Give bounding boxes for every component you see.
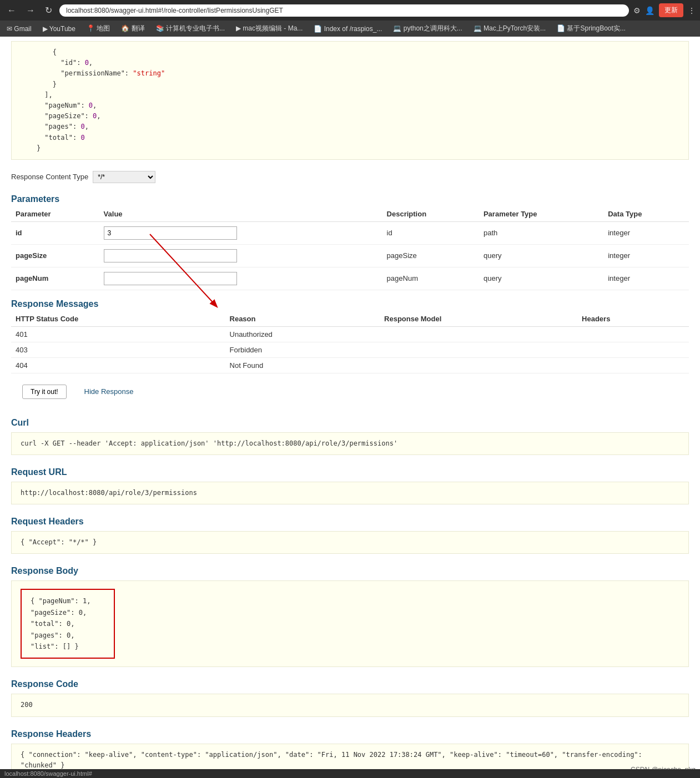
model-403 <box>380 342 577 357</box>
bookmark-maps[interactable]: 📍 地图 <box>84 23 112 34</box>
response-content-type-row: Response Content Type */* application/js… <box>0 164 700 190</box>
resp-msg-403: 403 Forbidden <box>11 342 689 357</box>
param-row-id: id id path integer <box>11 221 689 244</box>
curl-heading: Curl <box>11 416 689 430</box>
param-pagenum-desc: pageNum <box>382 267 479 290</box>
col-headers: Headers <box>577 311 689 327</box>
schema-code-block: { "id": 0, "permissionName": "string" } … <box>11 41 689 160</box>
param-pagesize-input[interactable] <box>104 249 237 262</box>
response-code-section: Response Code 200 <box>0 671 700 721</box>
browser-chrome: ← → ↻ localhost:8080/swagger-ui.html#!/r… <box>0 0 700 21</box>
param-pagenum-data-type: integer <box>603 267 689 290</box>
param-id-desc: id <box>382 221 479 244</box>
param-id-type: path <box>479 221 603 244</box>
page-content: { "id": 0, "permissionName": "string" } … <box>0 37 700 778</box>
hide-response-link[interactable]: Hide Response <box>84 387 134 396</box>
response-body-outer-box: { "pageNum": 1, "pageSize": 0, "total": … <box>11 580 689 667</box>
col-http-status: HTTP Status Code <box>11 311 225 327</box>
params-header-row: Parameter Value Description Parameter Ty… <box>11 206 689 222</box>
param-id-input[interactable] <box>104 226 237 240</box>
schema-code-section: { "id": 0, "permissionName": "string" } … <box>0 37 700 160</box>
col-parameter: Parameter <box>11 206 99 222</box>
request-url-heading: Request URL <box>11 465 689 479</box>
bookmark-pytorch[interactable]: 💻 Mac上PyTorch安装... <box>471 23 548 34</box>
request-headers-heading: Request Headers <box>11 514 689 529</box>
extensions-icon: ⚙ <box>633 6 641 15</box>
resp-msg-401: 401 Unauthorized <box>11 326 689 342</box>
bookmark-raspios[interactable]: 📄 Index of /raspios_... <box>311 24 384 34</box>
bookmarks-bar: ✉ Gmail ▶ YouTube 📍 地图 🏠 翻译 📚 计算机专业电子书..… <box>0 21 700 37</box>
request-headers-section: Request Headers { "Accept": "*/*" } <box>0 509 700 558</box>
response-messages-table: HTTP Status Code Reason Response Model H… <box>11 311 689 373</box>
bookmark-translate[interactable]: 🏠 翻译 <box>119 23 147 34</box>
model-401 <box>380 326 577 342</box>
param-pagesize-name: pageSize <box>11 244 99 267</box>
request-url-value: http://localhost:8080/api/role/3/permiss… <box>21 489 197 497</box>
param-pagenum-type: query <box>479 267 603 290</box>
status-url: localhost:8080/swagger-ui.html# <box>4 770 92 777</box>
refresh-button[interactable]: ↻ <box>42 4 55 17</box>
url-text: localhost:8080/swagger-ui.html#!/role-co… <box>66 7 283 14</box>
update-button[interactable]: 更新 <box>659 3 683 17</box>
response-messages-heading: Response Messages <box>0 295 700 311</box>
col-description: Description <box>382 206 479 222</box>
response-code-heading: Response Code <box>11 677 689 691</box>
parameters-heading: Parameters <box>0 190 700 206</box>
bookmark-mac-video[interactable]: ▶ mac视频编辑 - Ma... <box>234 23 305 34</box>
response-body-inner-box: { "pageNum": 1, "pageSize": 0, "total": … <box>21 589 115 659</box>
param-row-pagenum: pageNum pageNum query integer <box>11 267 689 290</box>
col-response-model: Response Model <box>380 311 577 327</box>
reason-403: Forbidden <box>225 342 380 357</box>
resp-msg-404: 404 Not Found <box>11 357 689 373</box>
status-bar: localhost:8080/swagger-ui.html# <box>0 769 700 778</box>
response-headers-heading: Response Headers <box>11 727 689 741</box>
parameters-table: Parameter Value Description Parameter Ty… <box>11 206 689 290</box>
request-headers-box: { "Accept": "*/*" } <box>11 531 689 554</box>
status-code-403: 403 <box>11 342 225 357</box>
reason-401: Unauthorized <box>225 326 380 342</box>
parameters-section: Parameter Value Description Parameter Ty… <box>0 206 700 290</box>
bookmark-springboot[interactable]: 📄 基于SpringBoot实... <box>555 23 628 34</box>
back-button[interactable]: ← <box>4 4 19 17</box>
col-reason: Reason <box>225 311 380 327</box>
param-pagenum-input[interactable] <box>104 272 237 285</box>
bookmark-python[interactable]: 💻 python之调用科大... <box>391 23 464 34</box>
response-code-value: 200 <box>21 701 33 709</box>
bookmark-gmail[interactable]: ✉ Gmail <box>4 24 34 34</box>
param-pagesize-desc: pageSize <box>382 244 479 267</box>
headers-401 <box>577 326 689 342</box>
status-code-401: 401 <box>11 326 225 342</box>
param-pagesize-type: query <box>479 244 603 267</box>
url-bar[interactable]: localhost:8080/swagger-ui.html#!/role-co… <box>59 4 629 17</box>
bookmark-youtube[interactable]: ▶ YouTube <box>41 24 78 34</box>
response-code-box: 200 <box>11 694 689 716</box>
param-pagesize-value <box>99 244 382 267</box>
param-row-pagesize: pageSize pageSize query integer <box>11 244 689 267</box>
param-pagenum-value <box>99 267 382 290</box>
reason-404: Not Found <box>225 357 380 373</box>
try-it-out-button[interactable]: Try it out! <box>22 385 67 399</box>
more-icon: ⋮ <box>688 6 696 15</box>
curl-command: curl -X GET --header 'Accept: applicatio… <box>21 439 397 447</box>
col-value: Value <box>99 206 382 222</box>
headers-403 <box>577 342 689 357</box>
status-code-404: 404 <box>11 357 225 373</box>
param-pagenum-name: pageNum <box>11 267 99 290</box>
response-body-section: Response Body { "pageNum": 1, "pageSize"… <box>0 558 700 671</box>
param-id-value <box>99 221 382 244</box>
col-param-type: Parameter Type <box>479 206 603 222</box>
request-url-box: http://localhost:8080/api/role/3/permiss… <box>11 482 689 504</box>
forward-button[interactable]: → <box>23 4 38 17</box>
resp-msg-header-row: HTTP Status Code Reason Response Model H… <box>11 311 689 327</box>
request-url-section: Request URL http://localhost:8080/api/ro… <box>0 459 700 509</box>
bookmark-cs-books[interactable]: 📚 计算机专业电子书... <box>154 23 227 34</box>
response-content-type-label: Response Content Type <box>11 173 88 181</box>
curl-section: Curl curl -X GET --header 'Accept: appli… <box>0 410 700 459</box>
model-404 <box>380 357 577 373</box>
profile-icon: 👤 <box>645 6 654 15</box>
curl-box: curl -X GET --header 'Accept: applicatio… <box>11 432 689 455</box>
param-pagesize-data-type: integer <box>603 244 689 267</box>
response-content-type-select[interactable]: */* application/json <box>93 171 155 183</box>
param-id-data-type: integer <box>603 221 689 244</box>
param-id-name: id <box>11 221 99 244</box>
